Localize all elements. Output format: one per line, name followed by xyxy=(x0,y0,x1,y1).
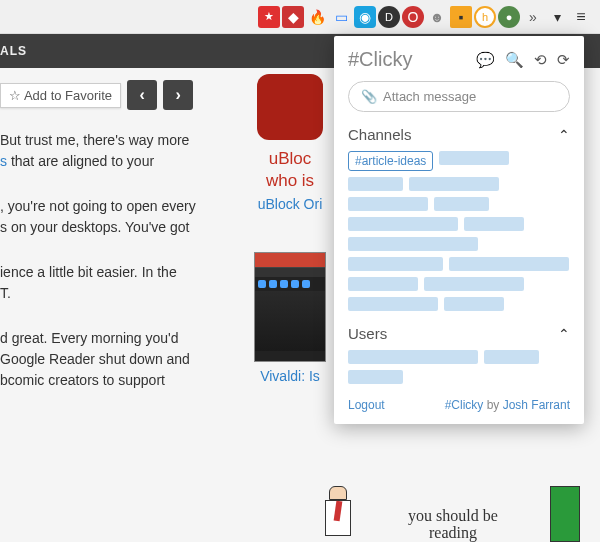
channel-tag[interactable] xyxy=(424,277,524,291)
flame-extension-icon[interactable]: 🔥 xyxy=(306,6,328,28)
channel-tag[interactable] xyxy=(464,217,524,231)
browser-toolbar: ★ ◆ 🔥 ▭ ◉ D O ☻ ▪ h ● » ▾ ≡ xyxy=(0,0,600,34)
refresh-icon[interactable]: ⟳ xyxy=(557,51,570,69)
comic-strip: you should bereading xyxy=(320,472,580,542)
article-link[interactable]: s xyxy=(0,153,7,169)
channel-tag[interactable] xyxy=(348,237,478,251)
comic-character-icon xyxy=(550,486,580,542)
channels-heading: Channels xyxy=(348,126,411,143)
overflow-extension-icon[interactable]: » xyxy=(522,6,544,28)
clicky-link[interactable]: #Clicky xyxy=(445,398,484,412)
channel-tag[interactable]: #article-ideas xyxy=(348,151,433,171)
attachment-icon: 📎 xyxy=(361,89,377,104)
users-list xyxy=(348,350,570,364)
puzzle-extension-icon[interactable]: ◆ xyxy=(282,6,304,28)
channel-tag[interactable] xyxy=(444,297,504,311)
channel-tag[interactable] xyxy=(348,177,403,191)
block-extension-icon[interactable]: ▪ xyxy=(450,6,472,28)
screen-extension-icon[interactable]: ▭ xyxy=(330,6,352,28)
ublock-logo-icon xyxy=(257,74,323,140)
history-icon[interactable]: ⟲ xyxy=(534,51,547,69)
sidebar-thumbnails: uBlocwho is uBlock Ori Vivaldi: Is xyxy=(245,74,335,384)
comic-caption: you should bereading xyxy=(366,507,540,542)
chat-icon[interactable]: 💬 xyxy=(476,51,495,69)
dilbert-icon xyxy=(320,486,356,542)
collapse-channels-icon[interactable]: ⌃ xyxy=(558,127,570,143)
opera-extension-icon[interactable]: O xyxy=(402,6,424,28)
channels-list: #article-ideas xyxy=(348,151,570,311)
clicky-popup: #Clicky 💬 🔍 ⟲ ⟳ 📎 Attach message Channel… xyxy=(334,36,584,424)
camera-extension-icon[interactable]: ◉ xyxy=(354,6,376,28)
search-icon[interactable]: 🔍 xyxy=(505,51,524,69)
channel-tag[interactable] xyxy=(434,197,489,211)
channel-tag[interactable] xyxy=(348,297,438,311)
d-extension-icon[interactable]: D xyxy=(378,6,400,28)
clicky-extension-icon[interactable]: ● xyxy=(498,6,520,28)
prev-button[interactable]: ‹ xyxy=(127,80,157,110)
collapse-users-icon[interactable]: ⌃ xyxy=(558,326,570,342)
article-paragraph: ience a little bit easier. In the T. xyxy=(0,262,230,304)
next-button[interactable]: › xyxy=(163,80,193,110)
channel-tag[interactable] xyxy=(348,197,428,211)
vivaldi-link[interactable]: Vivaldi: Is xyxy=(245,368,335,384)
channel-tag[interactable] xyxy=(449,257,569,271)
h-extension-icon[interactable]: h xyxy=(474,6,496,28)
robot-extension-icon[interactable]: ☻ xyxy=(426,6,448,28)
channel-tag[interactable] xyxy=(439,151,509,165)
vivaldi-thumbnail[interactable] xyxy=(254,252,326,362)
star-extension-icon[interactable]: ★ xyxy=(258,6,280,28)
logout-link[interactable]: Logout xyxy=(348,398,385,412)
author-link[interactable]: Josh Farrant xyxy=(503,398,570,412)
channel-tag[interactable] xyxy=(348,277,418,291)
popup-title: #Clicky xyxy=(348,48,412,71)
attach-message-input[interactable]: 📎 Attach message xyxy=(348,81,570,112)
dropdown-icon[interactable]: ▾ xyxy=(546,6,568,28)
users-heading: Users xyxy=(348,325,387,342)
channel-tag[interactable] xyxy=(348,257,443,271)
ublock-title: uBlocwho is xyxy=(245,148,335,192)
article-paragraph: But trust me, there's way more s that ar… xyxy=(0,130,230,172)
user-item[interactable] xyxy=(348,370,403,384)
menu-icon[interactable]: ≡ xyxy=(570,6,592,28)
article-paragraph: , you're not going to open every s on yo… xyxy=(0,196,230,238)
user-item[interactable] xyxy=(484,350,539,364)
article-paragraph: d great. Every morning you'd Google Read… xyxy=(0,328,230,391)
article-content: ☆ Add to Favorite ‹ › But trust me, ther… xyxy=(0,68,230,415)
user-item[interactable] xyxy=(348,350,478,364)
channel-tag[interactable] xyxy=(348,217,458,231)
add-favorite-button[interactable]: ☆ Add to Favorite xyxy=(0,83,121,108)
channel-tag[interactable] xyxy=(409,177,499,191)
ublock-link[interactable]: uBlock Ori xyxy=(245,196,335,212)
popup-credit: #Clicky by Josh Farrant xyxy=(445,398,570,412)
